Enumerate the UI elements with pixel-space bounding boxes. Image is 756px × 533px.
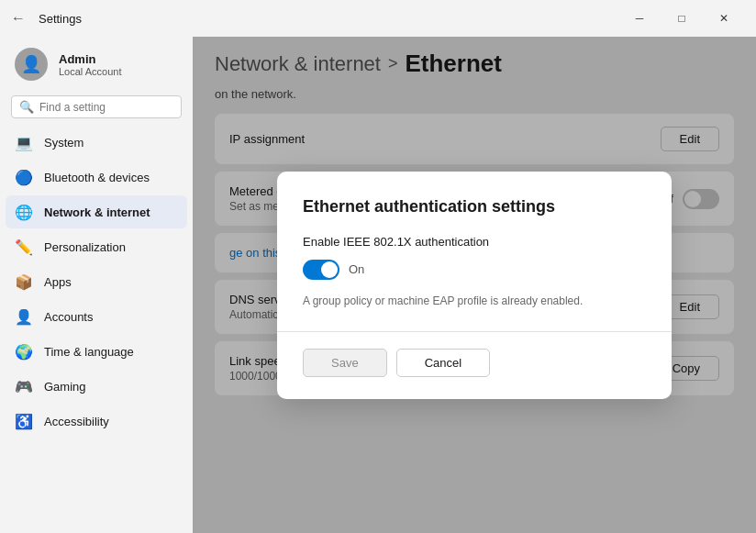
minimize-button[interactable]: ─ <box>618 4 661 33</box>
sidebar-item-label: Bluetooth & devices <box>44 171 150 184</box>
time-icon: 🌍 <box>15 342 33 361</box>
sidebar-item-time[interactable]: 🌍 Time & language <box>6 335 187 368</box>
modal: Ethernet authentication settings Enable … <box>277 172 672 399</box>
search-input[interactable] <box>39 101 173 114</box>
sidebar-item-label: Time & language <box>44 345 134 359</box>
sidebar-item-accessibility[interactable]: ♿ Accessibility <box>6 405 187 438</box>
user-section: 👤 Admin Local Account <box>0 37 193 92</box>
modal-field-label: Enable IEEE 802.1X authentication <box>303 235 646 249</box>
modal-title: Ethernet authentication settings <box>303 197 646 217</box>
search-box[interactable]: 🔍 <box>11 95 182 118</box>
titlebar-controls: ─ □ ✕ <box>618 4 745 33</box>
app-body: 👤 Admin Local Account 🔍 💻 System 🔵 Bluet… <box>0 37 756 533</box>
modal-info: A group policy or machine EAP profile is… <box>303 293 646 309</box>
personalization-icon: ✏️ <box>15 238 33 256</box>
sidebar-item-label: System <box>44 136 83 150</box>
close-button[interactable]: ✕ <box>703 4 745 33</box>
titlebar: ← Settings ─ □ ✕ <box>0 0 756 37</box>
network-icon: 🌐 <box>15 203 33 221</box>
sidebar-item-label: Apps <box>44 275 72 289</box>
titlebar-left: ← Settings <box>11 10 82 27</box>
modal-divider <box>277 331 672 332</box>
modal-toggle-thumb <box>321 261 338 278</box>
sidebar-item-label: Network & internet <box>44 205 150 219</box>
avatar: 👤 <box>15 48 48 81</box>
sidebar-item-label: Accounts <box>44 310 93 324</box>
back-arrow[interactable]: ← <box>11 10 26 27</box>
modal-toggle[interactable] <box>303 260 339 280</box>
bluetooth-icon: 🔵 <box>15 168 33 186</box>
sidebar-item-bluetooth[interactable]: 🔵 Bluetooth & devices <box>6 161 187 194</box>
modal-actions: Save Cancel <box>303 349 646 377</box>
modal-toggle-row: On <box>303 260 646 280</box>
accessibility-icon: ♿ <box>15 412 33 430</box>
sidebar-item-personalization[interactable]: ✏️ Personalization <box>6 230 187 263</box>
sidebar-item-label: Accessibility <box>44 415 109 428</box>
system-icon: 💻 <box>15 133 33 151</box>
maximize-button[interactable]: □ <box>661 4 703 33</box>
search-icon: 🔍 <box>19 100 34 114</box>
sidebar: 👤 Admin Local Account 🔍 💻 System 🔵 Bluet… <box>0 37 193 533</box>
modal-toggle-label: On <box>349 262 364 276</box>
sidebar-item-label: Personalization <box>44 240 126 254</box>
sidebar-item-gaming[interactable]: 🎮 Gaming <box>6 370 187 403</box>
sidebar-item-apps[interactable]: 📦 Apps <box>6 265 187 298</box>
user-name: Admin <box>59 52 122 66</box>
cancel-button[interactable]: Cancel <box>396 349 490 377</box>
nav-list: 💻 System 🔵 Bluetooth & devices 🌐 Network… <box>0 126 193 533</box>
gaming-icon: 🎮 <box>15 377 33 395</box>
sidebar-item-network[interactable]: 🌐 Network & internet <box>6 195 187 228</box>
accounts-icon: 👤 <box>15 307 33 326</box>
modal-overlay: Ethernet authentication settings Enable … <box>193 37 756 533</box>
user-info: Admin Local Account <box>59 52 122 77</box>
apps-icon: 📦 <box>15 272 33 291</box>
titlebar-title: Settings <box>39 12 82 26</box>
user-role: Local Account <box>59 66 122 77</box>
main-content: Network & internet > Ethernet on the net… <box>193 37 756 533</box>
sidebar-item-system[interactable]: 💻 System <box>6 126 187 159</box>
sidebar-item-accounts[interactable]: 👤 Accounts <box>6 300 187 333</box>
save-button[interactable]: Save <box>303 349 387 377</box>
sidebar-item-label: Gaming <box>44 380 86 394</box>
